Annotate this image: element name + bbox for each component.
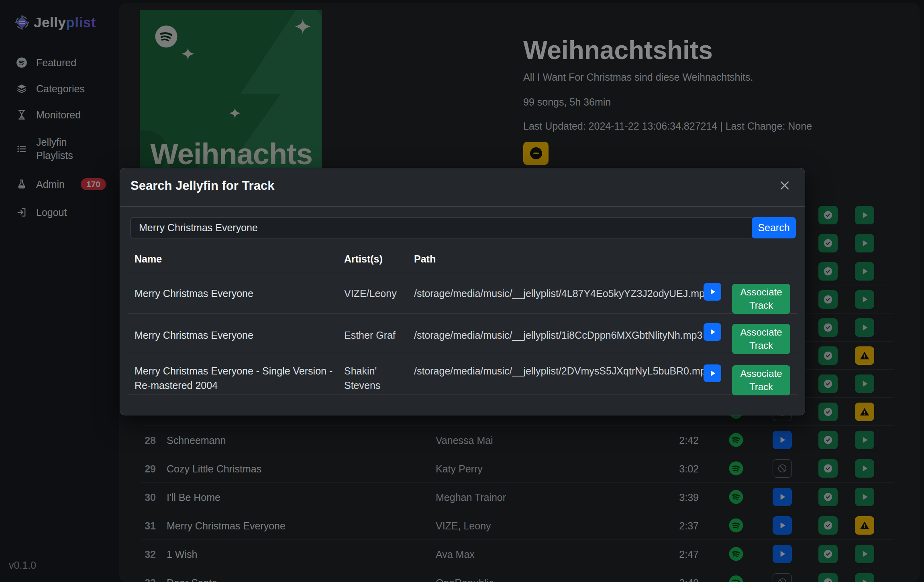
close-button[interactable] [777,178,793,194]
play-icon [708,287,717,297]
play-icon [708,327,717,337]
modal-title: Search Jellyfin for Track [131,179,274,193]
column-header-name: Name [135,253,162,265]
result-row: Merry Christmas Everyone VIZE/Leony /sto… [128,272,798,313]
preview-play-button[interactable] [704,323,721,341]
result-path: /storage/media/music/__jellyplist/4L87Y4… [414,286,710,301]
preview-play-button[interactable] [704,364,721,382]
result-row: Merry Christmas Everyone - Single Versio… [128,353,798,395]
result-name: Merry Christmas Everyone [135,328,335,342]
result-artists: Esther Graf [344,328,406,342]
result-artists: VIZE/Leony [344,286,406,301]
result-path: /storage/media/music/__jellyplist/1i8CcD… [414,328,702,342]
search-jellyfin-modal: Search Jellyfin for Track Search Name Ar… [120,168,805,415]
result-name: Merry Christmas Everyone [135,286,335,301]
result-row: Merry Christmas Everyone Esther Graf /st… [128,313,798,353]
associate-track-button[interactable]: Associate Track [732,284,790,314]
column-header-artists: Artist(s) [344,253,383,265]
search-input[interactable] [131,217,752,238]
result-name: Merry Christmas Everyone - Single Versio… [135,364,335,393]
modal-header-divider [120,206,805,207]
search-button[interactable]: Search [752,217,796,238]
play-icon [708,368,717,378]
associate-track-button[interactable]: Associate Track [732,365,790,395]
result-artists: Shakin' Stevens [344,364,406,393]
result-path: /storage/media/music/__jellyplist/2DVmys… [414,364,712,378]
close-icon [779,179,791,191]
associate-track-button[interactable]: Associate Track [732,324,790,354]
column-header-path: Path [414,253,436,265]
preview-play-button[interactable] [704,283,721,301]
